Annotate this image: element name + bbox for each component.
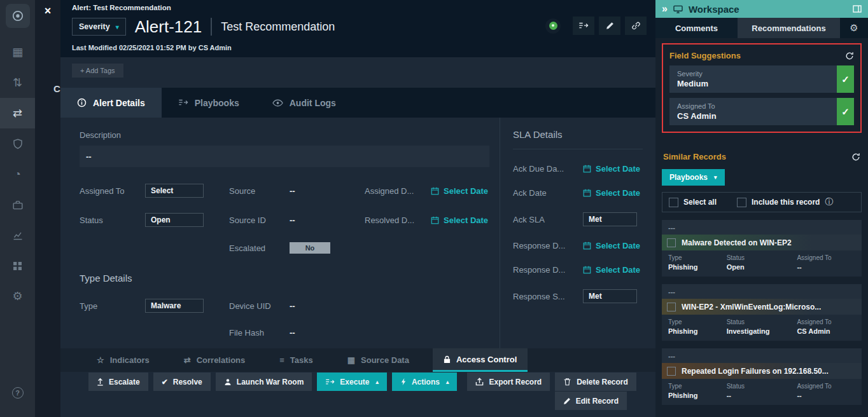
status-label: Status xyxy=(727,254,797,261)
status-field[interactable]: Open xyxy=(145,213,204,227)
ack-date-picker[interactable]: Select Date xyxy=(583,188,640,198)
info-icon[interactable]: ⓘ xyxy=(825,196,833,208)
select-all-checkbox[interactable] xyxy=(669,198,678,207)
resolve-button[interactable]: ✔ Resolve xyxy=(153,373,211,391)
ack-due-date-picker[interactable]: Select Date xyxy=(583,164,640,174)
resolved-date-label: Resolved D... xyxy=(365,215,431,225)
type-field[interactable]: Malware xyxy=(145,299,204,313)
field-suggestions-title: Field Suggestions xyxy=(669,51,741,60)
details-info-icon xyxy=(77,98,87,107)
response-sla-label: Response S... xyxy=(513,292,583,301)
list-icon: ≡ xyxy=(279,355,284,365)
dashboard-icon[interactable]: ▦ xyxy=(0,37,35,67)
playbook-status-indicator[interactable] xyxy=(545,18,561,34)
copy-link-icon[interactable] xyxy=(625,17,647,35)
help-icon[interactable]: ? xyxy=(0,378,35,408)
include-record-label: Include this record xyxy=(752,198,820,207)
edit-record-button[interactable]: Edit Record xyxy=(555,392,627,410)
add-tags-button[interactable]: + Add Tags xyxy=(72,64,123,78)
record-id: Alert-121 xyxy=(135,17,202,37)
assigned-date-picker[interactable]: Select Date xyxy=(431,186,489,196)
launch-war-room-button[interactable]: Launch War Room xyxy=(216,373,312,391)
resolved-date-picker[interactable]: Select Date xyxy=(431,215,489,225)
tab-indicators[interactable]: ☆ Indicators xyxy=(86,348,160,372)
resources-briefcase-icon[interactable] xyxy=(0,189,35,220)
modules-icon[interactable] xyxy=(0,250,35,281)
include-record-checkbox[interactable] xyxy=(737,198,746,207)
escalate-button[interactable]: Escalate xyxy=(88,373,148,391)
suggestion-card-severity: Severity Medium ✓ xyxy=(669,65,854,93)
similar-record-card: --- WIN-EP2 - XmlWinEventLog:Microso... … xyxy=(662,284,862,341)
assigned-to-field[interactable]: Select xyxy=(145,184,204,198)
tab-comments[interactable]: Comments xyxy=(655,18,738,38)
grid-icon: ▦ xyxy=(347,355,355,365)
response-date-picker[interactable]: Select Date xyxy=(583,265,640,275)
chevron-down-icon: ▾ xyxy=(714,174,717,181)
description-field[interactable]: -- xyxy=(80,146,489,167)
status-label: Status xyxy=(80,215,145,225)
edit-pencil-icon[interactable] xyxy=(599,17,620,35)
export-record-button[interactable]: Export Record xyxy=(467,373,550,391)
delete-record-button[interactable]: Delete Record xyxy=(555,373,636,391)
app-logo-icon[interactable] xyxy=(6,4,30,28)
type-value: Phishing xyxy=(668,327,727,335)
record-checkbox[interactable] xyxy=(667,303,676,311)
tab-tasks[interactable]: ≡ Tasks xyxy=(269,348,324,372)
workspace-settings-gear-icon[interactable]: ⚙ xyxy=(840,18,868,38)
settings-gear-icon[interactable]: ⚙ xyxy=(0,281,35,311)
reports-chart-icon[interactable] xyxy=(0,220,35,250)
tab-audit-logs[interactable]: Audit Logs xyxy=(256,88,353,118)
incidents-shield-icon[interactable] xyxy=(0,128,35,159)
type-value: Phishing xyxy=(668,392,727,399)
record-header-value: --- xyxy=(662,220,862,235)
queues-icon[interactable]: ⇅ xyxy=(0,67,35,98)
tab-access-control[interactable]: Access Control xyxy=(433,348,528,372)
close-panel-button[interactable]: × xyxy=(39,3,56,18)
record-title-row[interactable]: Repeated Login Failures on 192.168.50... xyxy=(662,363,862,379)
record-checkbox[interactable] xyxy=(667,367,676,376)
chevron-down-icon: ▾ xyxy=(116,24,119,31)
related-records-tabs: ☆ Indicators ⇄ Correlations ≡ Tasks ▦ So… xyxy=(60,348,655,372)
playbook-icon xyxy=(178,99,188,107)
chevron-up-icon: ▴ xyxy=(446,379,449,385)
tab-playbooks[interactable]: Playbooks xyxy=(162,88,256,118)
status-label: Status xyxy=(727,318,797,325)
correlations-arrows-icon: ⇄ xyxy=(184,355,191,365)
tab-correlations[interactable]: ⇄ Correlations xyxy=(173,348,256,372)
collapse-panel-icon[interactable]: » xyxy=(662,4,668,14)
accept-suggestion-button[interactable]: ✓ xyxy=(837,98,854,125)
actions-menu-button[interactable]: Actions ▴ xyxy=(392,373,458,391)
record-title-row[interactable]: WIN-EP2 - XmlWinEventLog:Microso... xyxy=(662,299,862,315)
response-due-date-picker[interactable]: Select Date xyxy=(583,241,640,250)
expand-layout-icon[interactable] xyxy=(853,5,862,13)
run-playbook-button[interactable] xyxy=(573,17,594,35)
escalated-toggle[interactable]: No xyxy=(290,242,330,254)
source-label: Source xyxy=(229,186,290,196)
record-title-row[interactable]: Malware Detected on WIN-EP2 xyxy=(662,235,862,250)
calendar-icon xyxy=(583,242,591,250)
calendar-icon xyxy=(583,165,591,173)
alert-details-form: Description -- Assigned To Select Source… xyxy=(60,118,500,352)
refresh-icon[interactable] xyxy=(851,153,860,161)
breadcrumb: Alert: Test Recommendation xyxy=(72,4,645,11)
ack-sla-field[interactable]: Met xyxy=(583,212,637,226)
accept-suggestion-button[interactable]: ✓ xyxy=(837,65,854,93)
calendar-icon xyxy=(431,187,439,195)
pencil-icon xyxy=(563,397,571,405)
source-id-label: Source ID xyxy=(229,215,290,225)
refresh-icon[interactable] xyxy=(845,51,854,60)
type-label: Type xyxy=(668,318,727,325)
monitoring-gauge-icon[interactable]: ◔ xyxy=(0,159,35,189)
record-checkbox[interactable] xyxy=(667,238,676,247)
tab-alert-details[interactable]: Alert Details xyxy=(60,88,162,118)
response-sla-field[interactable]: Met xyxy=(583,289,637,303)
automation-icon[interactable]: ⇄ xyxy=(0,98,35,128)
execute-button[interactable]: Execute ▴ xyxy=(317,373,387,391)
suggestion-value: CS Admin xyxy=(677,111,829,121)
field-suggestions-section: Field Suggestions Severity Medium ✓ Assi… xyxy=(662,43,862,133)
tab-recommendations[interactable]: Recommendations xyxy=(738,18,840,38)
status-value: Open xyxy=(727,263,797,271)
playbooks-filter-dropdown[interactable]: Playbooks ▾ xyxy=(662,169,725,186)
tab-source-data[interactable]: ▦ Source Data xyxy=(337,348,420,372)
severity-dropdown[interactable]: Severity ▾ xyxy=(72,18,126,36)
